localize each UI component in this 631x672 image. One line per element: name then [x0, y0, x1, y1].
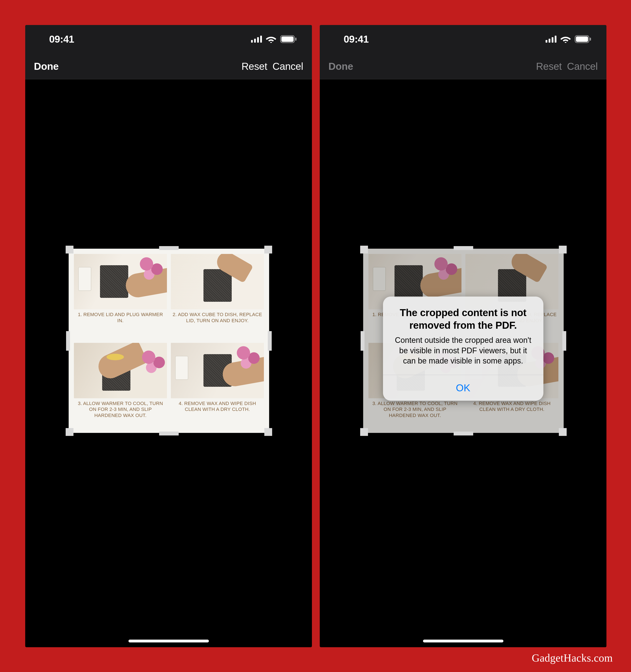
crop-handle-top[interactable]	[159, 246, 179, 250]
cancel-button[interactable]: Cancel	[567, 61, 598, 72]
status-bar: 09:41	[320, 25, 606, 53]
step-caption: 1. REMOVE LID AND PLUG WARMER IN.	[74, 312, 167, 323]
crop-handle-right[interactable]	[268, 331, 272, 351]
status-time: 09:41	[344, 33, 369, 45]
done-button[interactable]: Done	[34, 61, 59, 72]
alert-ok-button[interactable]: OK	[383, 375, 543, 401]
nav-bar: Done Reset Cancel	[320, 53, 606, 79]
cellular-icon	[251, 35, 262, 43]
status-icons	[251, 35, 297, 43]
wifi-icon	[266, 35, 276, 43]
instruction-card: 1. REMOVE LID AND PLUG WARMER IN. 2. ADD…	[74, 254, 264, 428]
step-photo	[171, 343, 264, 398]
wifi-icon	[560, 35, 571, 43]
cancel-button[interactable]: Cancel	[272, 61, 303, 72]
done-button[interactable]: Done	[329, 61, 353, 72]
alert-title: The cropped content is not removed from …	[393, 307, 533, 332]
svg-rect-0	[251, 40, 253, 43]
crop-handle-left[interactable]	[66, 331, 70, 351]
svg-rect-6	[295, 38, 296, 41]
step-photo	[74, 254, 167, 309]
phone-left: 09:41 Done Reset Cancel	[25, 25, 312, 647]
editor-canvas[interactable]: 1. REMOVE LID AND PLUG WARMER IN. 2. ADD…	[25, 79, 312, 647]
svg-rect-7	[545, 40, 547, 43]
phone-right: 09:41 Done Reset Cancel	[320, 25, 606, 647]
crop-handle-bottom-right[interactable]	[264, 428, 272, 436]
step-photo	[171, 254, 264, 309]
crop-handle-top-left[interactable]	[66, 246, 73, 254]
home-indicator[interactable]	[128, 640, 209, 643]
svg-rect-2	[257, 37, 259, 43]
instruction-step-4: 4. REMOVE WAX AND WIPE DISH CLEAN WITH A…	[171, 343, 264, 428]
status-bar: 09:41	[25, 25, 312, 53]
crop-handle-bottom-left[interactable]	[66, 428, 73, 436]
alert-overlay: The cropped content is not removed from …	[320, 79, 606, 647]
crop-frame[interactable]: 1. REMOVE LID AND PLUG WARMER IN. 2. ADD…	[69, 249, 269, 433]
step-caption: 4. REMOVE WAX AND WIPE DISH CLEAN WITH A…	[171, 401, 264, 412]
step-caption: 3. ALLOW WARMER TO COOL, TURN ON FOR 2-3…	[74, 401, 167, 418]
nav-bar: Done Reset Cancel	[25, 53, 312, 79]
svg-rect-10	[555, 35, 556, 43]
cellular-icon	[545, 35, 556, 43]
reset-button[interactable]: Reset	[536, 61, 562, 72]
alert-message: Content outside the cropped area won't b…	[393, 335, 533, 366]
battery-icon	[575, 35, 591, 43]
svg-rect-9	[552, 37, 553, 43]
status-time: 09:41	[49, 33, 74, 45]
editor-canvas: 1. REMOVE LID AND PLUG WARMER IN. 2. ADD…	[320, 79, 606, 647]
svg-rect-3	[260, 35, 262, 43]
svg-rect-8	[549, 39, 550, 43]
status-icons	[545, 35, 591, 43]
site-watermark: GadgetHacks.com	[532, 652, 613, 664]
crop-handle-bottom[interactable]	[159, 432, 179, 435]
svg-rect-13	[590, 38, 591, 41]
instruction-step-3: 3. ALLOW WARMER TO COOL, TURN ON FOR 2-3…	[74, 343, 167, 428]
svg-rect-1	[254, 39, 256, 43]
crop-handle-top-right[interactable]	[264, 246, 272, 254]
battery-icon	[280, 35, 297, 43]
svg-rect-5	[282, 37, 294, 42]
step-photo	[74, 343, 167, 398]
alert-dialog: The cropped content is not removed from …	[383, 296, 543, 401]
instruction-step-1: 1. REMOVE LID AND PLUG WARMER IN.	[74, 254, 167, 339]
instruction-step-2: 2. ADD WAX CUBE TO DISH, REPLACE LID, TU…	[171, 254, 264, 339]
step-caption: 2. ADD WAX CUBE TO DISH, REPLACE LID, TU…	[171, 312, 264, 323]
svg-rect-12	[576, 37, 588, 42]
reset-button[interactable]: Reset	[242, 61, 267, 72]
